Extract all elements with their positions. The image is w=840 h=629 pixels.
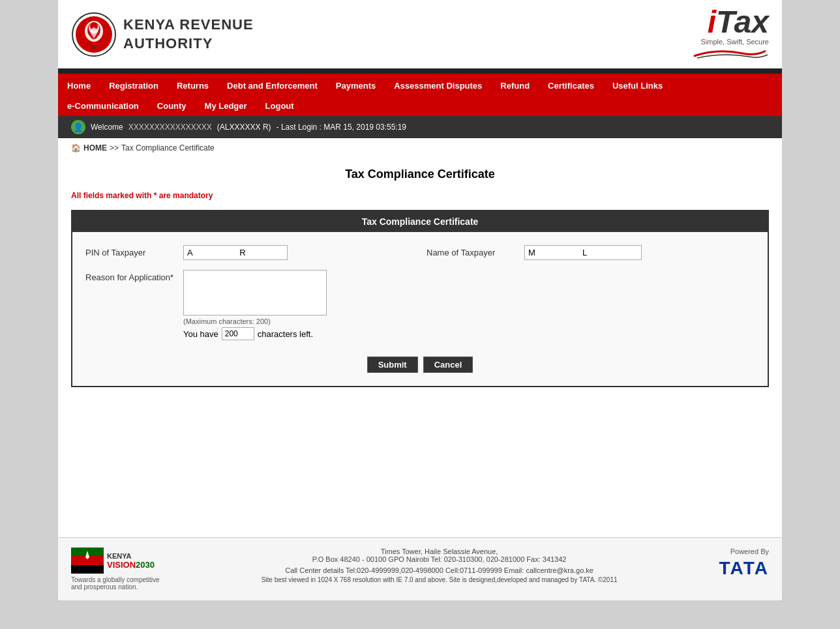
name-input[interactable] <box>524 245 642 260</box>
user-avatar-icon: 👤 <box>71 120 85 134</box>
breadcrumb-separator: >> <box>110 143 119 153</box>
name-label: Name of Taxpayer <box>427 248 518 257</box>
black-bar <box>58 68 782 74</box>
breadcrumb: 🏠 HOME >> Tax Compliance Certificate <box>58 138 782 158</box>
nav-returns[interactable]: Returns <box>168 76 218 96</box>
form-actions: Submit Cancel <box>85 350 755 373</box>
nav-payments[interactable]: Payments <box>327 76 385 96</box>
footer-browser-note: Site best viewed in 1024 X 768 resolutio… <box>173 576 706 583</box>
nav-debt-enforcement[interactable]: Debt and Enforcement <box>218 76 327 96</box>
nav-county[interactable]: County <box>148 96 196 116</box>
breadcrumb-home[interactable]: HOME <box>83 143 107 153</box>
form-row-pin-name: PIN of Taxpayer Name of Taxpayer <box>85 245 755 260</box>
pin-label: PIN of Taxpayer <box>85 248 177 257</box>
nav-home[interactable]: Home <box>58 76 100 96</box>
itax-tax-text: Tax <box>716 5 769 39</box>
nav-useful-links[interactable]: Useful Links <box>603 76 672 96</box>
username-text: XXXXXXXXXXXXXXXX <box>128 123 212 132</box>
breadcrumb-current: Tax Compliance Certificate <box>121 143 215 153</box>
nav-e-communication[interactable]: e-Communication <box>58 96 148 116</box>
user-role: (ALXXXXXX R) <box>217 123 271 132</box>
nav-row-1: Home Registration Returns Debt and Enfor… <box>58 76 782 96</box>
footer-left: KENYA VISION2030 Towards a globally comp… <box>71 548 160 591</box>
nav-my-ledger[interactable]: My Ledger <box>196 96 256 116</box>
chars-left-row: You have characters left. <box>183 327 327 340</box>
mandatory-note: All fields marked with * are mandatory <box>58 188 782 210</box>
vision-year-label: VISION2030 <box>107 560 155 570</box>
reason-textarea[interactable] <box>183 270 327 315</box>
kra-logo: Kenya Revenue Authority <box>71 12 254 57</box>
nav-assessment-disputes[interactable]: Assessment Disputes <box>385 76 491 96</box>
welcome-label: Welcome <box>91 123 123 132</box>
user-bar: 👤 Welcome XXXXXXXXXXXXXXXX (ALXXXXXX R) … <box>58 116 782 138</box>
itax-swoosh-icon <box>691 46 769 60</box>
itax-brand-text: iTax <box>691 7 769 38</box>
footer: KENYA VISION2030 Towards a globally comp… <box>58 537 782 600</box>
vision-flag-icon <box>71 548 104 574</box>
itax-logo: iTax Simple, Swift, Secure <box>691 7 769 62</box>
powered-by-label: Powered By <box>719 548 769 555</box>
itax-i: i <box>708 5 716 39</box>
chars-left-suffix: characters left. <box>258 329 313 339</box>
tata-logo: TATA <box>719 558 769 579</box>
vision-kenya-label: KENYA <box>107 552 155 560</box>
submit-button[interactable]: Submit <box>367 357 418 373</box>
vision-tagline: Towards a globally competitive and prosp… <box>71 576 160 591</box>
nav-bar: Home Registration Returns Debt and Enfor… <box>58 76 782 116</box>
form-row-reason: Reason for Application* (Maximum charact… <box>85 270 755 340</box>
kra-title: Kenya Revenue Authority <box>123 16 254 53</box>
content-spacer <box>58 407 782 537</box>
nav-refund[interactable]: Refund <box>491 76 539 96</box>
nav-row-2: e-Communication County My Ledger Logout <box>58 96 782 116</box>
nav-registration[interactable]: Registration <box>100 76 168 96</box>
itax-tagline: Simple, Swift, Secure <box>691 38 769 46</box>
header: Kenya Revenue Authority iTax Simple, Swi… <box>58 0 782 68</box>
pin-group: PIN of Taxpayer <box>85 245 413 260</box>
name-group: Name of Taxpayer <box>427 245 755 260</box>
nav-certificates[interactable]: Certificates <box>539 76 603 96</box>
form-body: PIN of Taxpayer Name of Taxpayer Reason … <box>72 232 768 386</box>
chars-left-prefix: You have <box>183 329 218 339</box>
last-login: - Last Login : MAR 15, 2019 03:55:19 <box>277 123 406 132</box>
reason-input-group: (Maximum characters: 200) You have chara… <box>183 270 327 340</box>
reason-group: Reason for Application* (Maximum charact… <box>85 270 755 340</box>
vision-logo: KENYA VISION2030 <box>71 548 160 574</box>
home-icon: 🏠 <box>71 143 81 153</box>
svg-rect-8 <box>71 565 104 574</box>
page-title: Tax Compliance Certificate <box>58 158 782 188</box>
pin-input[interactable] <box>183 245 288 260</box>
max-chars-note: (Maximum characters: 200) <box>183 317 327 325</box>
footer-address-2: P.O Box 48240 - 00100 GPO Nairobi Tel: 0… <box>173 555 706 563</box>
kra-emblem-icon <box>71 12 117 57</box>
chars-left-counter[interactable] <box>222 327 254 340</box>
cancel-button[interactable]: Cancel <box>423 357 473 373</box>
nav-logout[interactable]: Logout <box>256 96 303 116</box>
footer-right: Powered By TATA <box>719 548 769 579</box>
footer-center: Times Tower, Haile Selassie Avenue, P.O … <box>160 548 719 583</box>
tax-compliance-form: Tax Compliance Certificate PIN of Taxpay… <box>71 210 769 387</box>
form-header: Tax Compliance Certificate <box>72 211 768 232</box>
footer-address-1: Times Tower, Haile Selassie Avenue, <box>173 548 706 555</box>
footer-callcenter: Call Center details Tel:020-4999999,020-… <box>173 566 706 574</box>
reason-label: Reason for Application* <box>85 270 177 282</box>
